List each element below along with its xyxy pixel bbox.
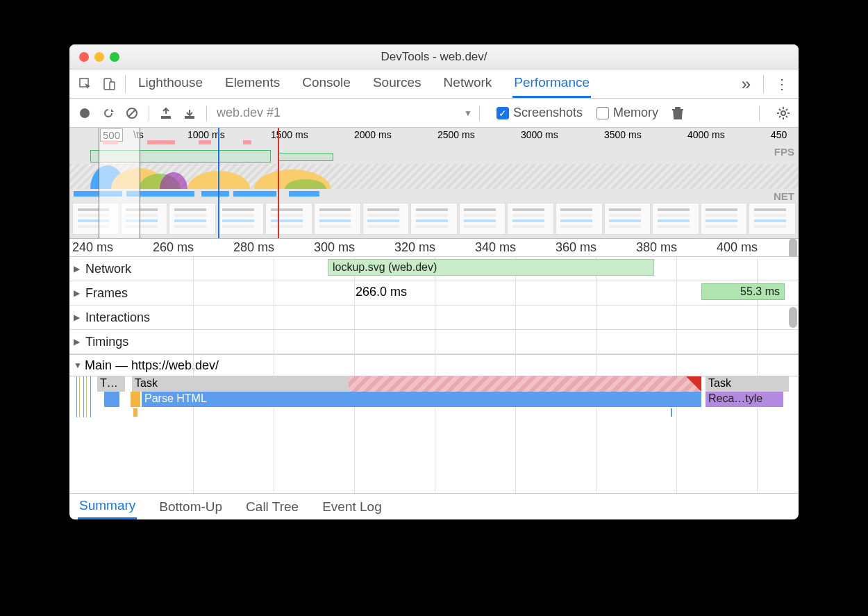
cpu-chart xyxy=(69,164,799,189)
ruler-tick: 360 ms xyxy=(556,240,596,255)
overview-tick: 3500 ms xyxy=(604,129,642,140)
reload-record-button[interactable] xyxy=(99,103,118,123)
flamechart-area[interactable]: Network lockup.svg (web.dev) Frames 266.… xyxy=(69,257,799,493)
net-bars xyxy=(69,190,799,197)
screenshots-checkbox[interactable]: ✓ Screenshots xyxy=(496,106,583,120)
delete-profile-icon[interactable] xyxy=(668,103,687,123)
window-title: DevTools - web.dev/ xyxy=(69,50,799,64)
frame-block[interactable]: 55.3 ms xyxy=(701,283,785,300)
ruler-tick: 260 ms xyxy=(153,240,194,255)
checkbox-checked-icon: ✓ xyxy=(496,107,509,119)
network-track[interactable]: Network lockup.svg (web.dev) xyxy=(69,257,799,281)
memory-checkbox[interactable]: Memory xyxy=(596,106,658,120)
tab-event-log[interactable]: Event Log xyxy=(321,495,383,519)
ruler-tick: 320 ms xyxy=(394,240,435,255)
save-profile-icon[interactable] xyxy=(180,103,199,123)
scrollbar-thumb[interactable] xyxy=(789,307,797,328)
task[interactable]: Task xyxy=(706,376,789,392)
overview-pane[interactable]: 500 \ts 1000 ms 1500 ms 2000 ms 2500 ms … xyxy=(69,128,799,239)
overview-tick: 2000 ms xyxy=(354,129,392,140)
svg-point-6 xyxy=(781,111,785,115)
interactions-track[interactable]: Interactions xyxy=(69,306,799,330)
track-label: Main — https://web.dev/ xyxy=(85,358,219,373)
recalc-style[interactable]: Reca…tyle xyxy=(706,392,783,407)
performance-toolbar: web.dev #1 ▼ ✓ Screenshots Memory xyxy=(69,99,799,128)
divider xyxy=(206,106,207,121)
main-flamechart[interactable]: T… Task Task Parse HTML Reca…tyle xyxy=(69,376,799,417)
devtools-window: DevTools - web.dev/ Lighthouse Elements … xyxy=(69,44,799,519)
memory-label: Memory xyxy=(613,106,658,120)
ruler-tick: 380 ms xyxy=(636,240,677,255)
overview-tick: 450 xyxy=(771,129,787,140)
overview-tick: 3000 ms xyxy=(521,129,558,140)
load-profile-icon[interactable] xyxy=(156,103,176,123)
ruler-tick: 340 ms xyxy=(475,240,516,255)
track-label: Timings xyxy=(85,335,128,349)
recording-selector[interactable]: web.dev #1 ▼ xyxy=(217,106,472,120)
fps-bars xyxy=(69,140,799,144)
network-event[interactable]: lockup.svg (web.dev) xyxy=(328,259,654,276)
screenshots-label: Screenshots xyxy=(513,106,583,120)
track-label: Interactions xyxy=(85,310,150,325)
tab-bottom-up[interactable]: Bottom-Up xyxy=(158,495,224,519)
divider xyxy=(763,75,764,93)
titlebar: DevTools - web.dev/ xyxy=(69,44,799,69)
tab-network[interactable]: Network xyxy=(442,69,494,98)
script-block[interactable] xyxy=(131,392,140,407)
divider xyxy=(479,106,480,121)
marker-line xyxy=(218,128,219,238)
parse-html[interactable]: Parse HTML xyxy=(142,392,701,407)
tab-performance[interactable]: Performance xyxy=(512,69,591,98)
ruler-tick: 400 ms xyxy=(717,240,758,255)
more-tabs-icon[interactable]: » xyxy=(733,74,759,94)
detail-ruler[interactable]: 240 ms 260 ms 280 ms 300 ms 320 ms 340 m… xyxy=(69,239,799,257)
main-thread-track[interactable]: Main — https://web.dev/ T… Task Task Par… xyxy=(69,354,799,417)
screenshot-filmstrip[interactable] xyxy=(72,203,796,235)
record-button[interactable] xyxy=(75,103,94,123)
ruler-tick: 240 ms xyxy=(72,240,113,255)
scrollbar-thumb[interactable] xyxy=(789,238,797,259)
task[interactable]: T… xyxy=(97,376,125,392)
track-label: Network xyxy=(85,262,131,276)
svg-rect-2 xyxy=(110,82,115,90)
script-block[interactable] xyxy=(104,392,119,407)
frames-track[interactable]: Frames 266.0 ms 55.3 ms xyxy=(69,281,799,306)
divider xyxy=(125,75,126,93)
svg-line-5 xyxy=(128,110,135,117)
capture-settings-icon[interactable] xyxy=(774,103,793,123)
overview-selection-window[interactable] xyxy=(99,128,140,238)
frame-duration: 266.0 ms xyxy=(356,285,407,299)
tab-console[interactable]: Console xyxy=(301,69,352,98)
clear-button[interactable] xyxy=(122,103,142,123)
panel-tabbar: Lighthouse Elements Console Sources Netw… xyxy=(69,69,799,99)
inspect-element-icon[interactable] xyxy=(74,72,97,96)
details-tabbar: Summary Bottom-Up Call Tree Event Log xyxy=(69,493,799,519)
divider xyxy=(759,106,760,121)
long-task[interactable]: Task xyxy=(132,376,701,392)
settings-menu-icon[interactable]: ⋮ xyxy=(768,76,794,92)
checkbox-unchecked-icon xyxy=(596,107,609,119)
marker-line xyxy=(278,128,279,238)
track-label: Frames xyxy=(85,286,128,301)
tab-call-tree[interactable]: Call Tree xyxy=(244,495,300,519)
dropdown-icon: ▼ xyxy=(464,108,472,118)
svg-point-3 xyxy=(80,108,90,118)
overview-tick: 4000 ms xyxy=(687,129,725,140)
fps-line xyxy=(69,149,799,164)
overview-tick: 1500 ms xyxy=(271,129,308,140)
timings-track[interactable]: Timings xyxy=(69,330,799,354)
overview-tick: 2500 ms xyxy=(437,129,475,140)
ruler-tick: 280 ms xyxy=(233,240,274,255)
divider xyxy=(149,106,149,121)
tab-elements[interactable]: Elements xyxy=(224,69,281,98)
tab-summary[interactable]: Summary xyxy=(78,494,137,519)
ruler-tick: 300 ms xyxy=(314,240,355,255)
tab-sources[interactable]: Sources xyxy=(372,69,423,98)
tab-lighthouse[interactable]: Lighthouse xyxy=(137,69,204,98)
recording-name: web.dev #1 xyxy=(217,106,281,120)
device-toolbar-icon[interactable] xyxy=(97,72,121,96)
